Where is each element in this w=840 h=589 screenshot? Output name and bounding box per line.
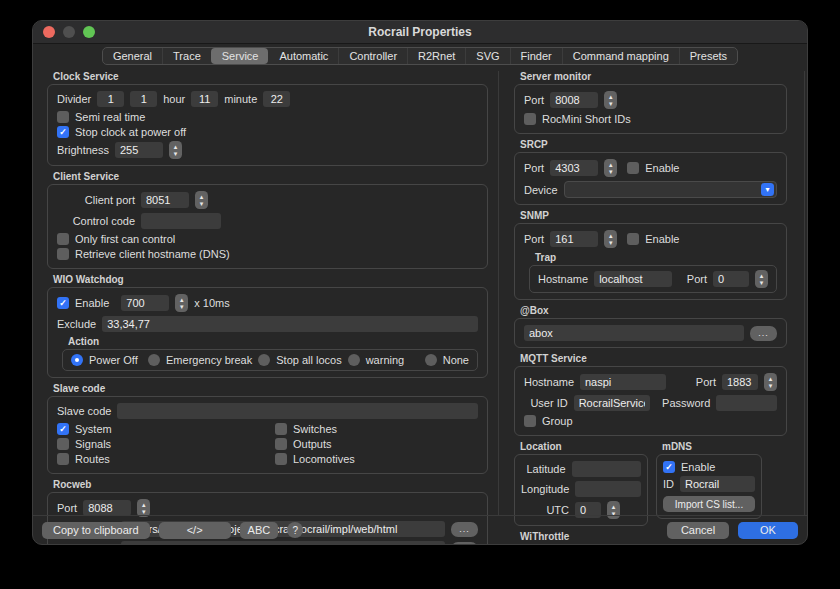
srcp-port-stepper[interactable] [604, 159, 617, 177]
snmp-enable-checkbox[interactable]: Enable [627, 233, 679, 245]
tab-command-mapping[interactable]: Command mapping [562, 48, 679, 64]
section-title: SNMP [520, 210, 787, 221]
slave-code-section: Slave code Slave code System [47, 383, 488, 474]
mdns-section: mDNS Enable ID Import CS list... [656, 441, 762, 519]
system-checkbox[interactable]: System [57, 423, 275, 435]
control-code-field[interactable] [141, 213, 221, 229]
radio-icon [258, 354, 270, 366]
client-port-field[interactable] [141, 192, 189, 208]
brightness-field[interactable] [115, 142, 163, 158]
mqtt-group-checkbox[interactable]: Group [524, 415, 777, 427]
atbox-browse-button[interactable]: ... [750, 326, 777, 341]
divider-field-1[interactable] [97, 91, 124, 107]
rocweb-port-field[interactable] [83, 500, 131, 516]
tab-service[interactable]: Service [211, 48, 269, 64]
tab-r2rnet[interactable]: R2Rnet [407, 48, 465, 64]
signals-checkbox[interactable]: Signals [57, 438, 275, 450]
brightness-stepper[interactable] [169, 141, 182, 159]
watchdog-interval-field[interactable] [121, 295, 169, 311]
radio-none[interactable]: None [425, 354, 469, 366]
server-monitor-port-stepper[interactable] [604, 91, 617, 109]
radio-emergency-break[interactable]: Emergency break [148, 354, 252, 366]
snmp-port-stepper[interactable] [604, 230, 617, 248]
mqtt-service-section: MQTT Service Hostname Port User ID [514, 353, 787, 436]
radio-icon [425, 354, 437, 366]
mqtt-hostname-field[interactable] [580, 374, 666, 390]
mdns-enable-checkbox[interactable]: Enable [663, 461, 755, 473]
rocrail-properties-window: Rocrail Properties General Trace Service… [32, 20, 808, 545]
atbox-section: @Box ... [514, 305, 787, 348]
server-monitor-port-label: Port [524, 94, 544, 106]
zoom-icon[interactable] [83, 26, 95, 38]
rocmini-short-ids-checkbox[interactable]: RocMini Short IDs [524, 113, 777, 125]
import-cs-list-button[interactable]: Import CS list... [663, 496, 755, 512]
watchdog-enable-checkbox[interactable]: Enable [57, 297, 109, 309]
ok-button[interactable]: OK [738, 522, 798, 539]
cancel-button[interactable]: Cancel [667, 522, 729, 539]
mdns-id-field[interactable] [680, 476, 755, 492]
section-title: mDNS [662, 441, 762, 452]
section-title: Location [520, 441, 648, 452]
mqtt-userid-field[interactable] [574, 395, 650, 411]
copy-to-clipboard-button[interactable]: Copy to clipboard [42, 522, 150, 539]
trap-port-stepper[interactable] [755, 270, 768, 288]
tab-automatic[interactable]: Automatic [268, 48, 338, 64]
checkbox-icon [57, 111, 69, 123]
checkbox-checked-icon [663, 461, 675, 473]
help-icon[interactable]: ? [287, 522, 303, 538]
snmp-port-field[interactable] [550, 231, 598, 247]
watchdog-interval-stepper[interactable] [175, 294, 188, 312]
mqtt-port-stepper[interactable] [764, 373, 777, 391]
semi-real-time-checkbox[interactable]: Semi real time [57, 111, 478, 123]
mdns-id-label: ID [663, 478, 674, 490]
checkbox-icon [275, 438, 287, 450]
service-tab-content: Clock Service Divider hour minute Semi r… [33, 68, 807, 515]
trap-port-label: Port [687, 273, 707, 285]
mqtt-port-field[interactable] [722, 374, 758, 390]
section-title: WIO Watchdog [53, 274, 488, 285]
tab-controller[interactable]: Controller [338, 48, 407, 64]
latitude-field[interactable] [572, 461, 641, 477]
outputs-checkbox[interactable]: Outputs [275, 438, 478, 450]
checkbox-icon [275, 423, 287, 435]
radio-warning[interactable]: warning [348, 354, 419, 366]
srcp-port-field[interactable] [550, 160, 598, 176]
tab-svg[interactable]: SVG [465, 48, 509, 64]
location-section: Location Latitude Longitude UTC [514, 441, 648, 526]
srcp-enable-checkbox[interactable]: Enable [627, 162, 679, 174]
longitude-field[interactable] [575, 481, 641, 497]
trap-port-field[interactable] [713, 271, 749, 287]
srcp-device-combobox[interactable] [564, 181, 777, 198]
latitude-label: Latitude [521, 463, 566, 475]
retrieve-client-hostname-checkbox[interactable]: Retrieve client hostname (DNS) [57, 248, 478, 260]
abc-button[interactable]: ABC [240, 522, 279, 539]
locomotives-checkbox[interactable]: Locomotives [275, 453, 478, 465]
minute-field[interactable] [263, 91, 290, 107]
switches-checkbox[interactable]: Switches [275, 423, 478, 435]
checkbox-checked-icon [57, 126, 69, 138]
checkbox-icon [627, 233, 639, 245]
client-port-stepper[interactable] [195, 191, 208, 209]
tab-general[interactable]: General [103, 48, 162, 64]
atbox-field[interactable] [524, 325, 744, 341]
tab-presets[interactable]: Presets [679, 48, 737, 64]
divider-field-2[interactable] [130, 91, 157, 107]
snmp-section: SNMP Port Enable Trap Host [514, 210, 787, 300]
radio-stop-all-locos[interactable]: Stop all locos [258, 354, 341, 366]
radio-power-off[interactable]: Power Off [71, 354, 142, 366]
hour-field[interactable] [191, 91, 218, 107]
tab-trace[interactable]: Trace [162, 48, 211, 64]
only-first-can-control-checkbox[interactable]: Only first can control [57, 233, 478, 245]
exclude-field[interactable] [102, 316, 478, 332]
close-icon[interactable] [43, 26, 55, 38]
stop-clock-at-power-off-checkbox[interactable]: Stop clock at power off [57, 126, 478, 138]
mqtt-password-field[interactable] [716, 395, 777, 411]
server-monitor-port-field[interactable] [550, 92, 598, 108]
routes-checkbox[interactable]: Routes [57, 453, 275, 465]
trap-hostname-field[interactable] [594, 271, 672, 287]
tab-finder[interactable]: Finder [510, 48, 562, 64]
checkbox-icon [275, 453, 287, 465]
xml-source-button[interactable]: </> [159, 522, 231, 539]
slave-code-field[interactable] [117, 403, 478, 419]
server-monitor-section: Server monitor Port RocMini Short IDs [514, 71, 787, 134]
